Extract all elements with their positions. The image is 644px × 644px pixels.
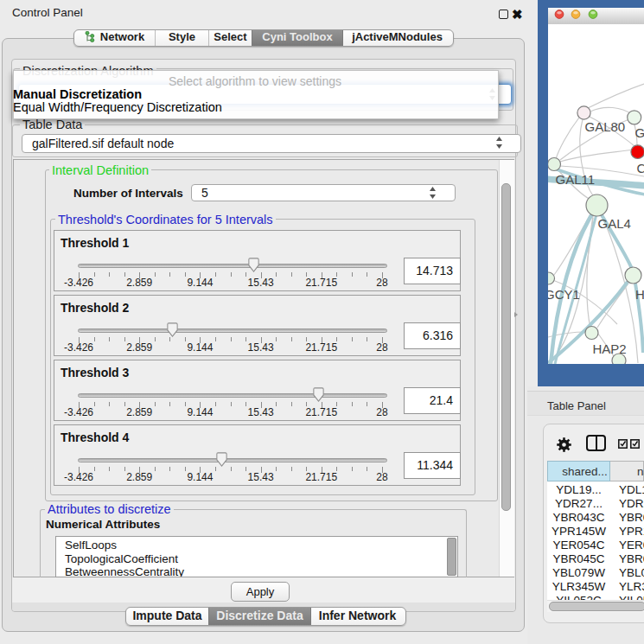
- svg-text:GAL11: GAL11: [556, 172, 596, 187]
- svg-text:GA: GA: [635, 125, 644, 140]
- svg-text:C: C: [637, 161, 644, 175]
- svg-text:HAP2: HAP2: [593, 341, 627, 356]
- svg-text:GAL4: GAL4: [598, 216, 631, 231]
- svg-text:H: H: [635, 287, 644, 302]
- svg-text:GCY1: GCY1: [548, 287, 580, 302]
- svg-text:GAL80: GAL80: [585, 119, 626, 134]
